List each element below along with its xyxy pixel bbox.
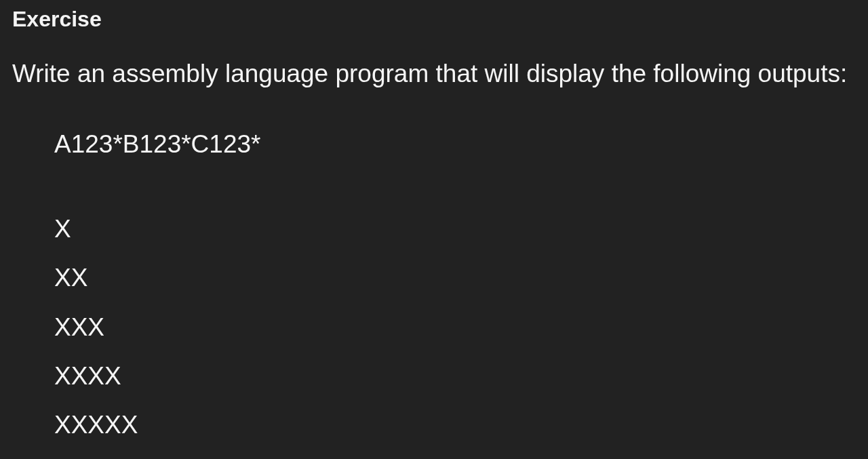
output-block: A123*B123*C123* X XX XXX XXXX XXXXX bbox=[12, 129, 856, 440]
output-line-5: XXXX bbox=[54, 361, 856, 391]
exercise-container: Exercise Write an assembly language prog… bbox=[0, 0, 868, 459]
exercise-instruction: Write an assembly language program that … bbox=[12, 59, 856, 89]
exercise-title: Exercise bbox=[12, 7, 856, 32]
output-line-6: XXXXX bbox=[54, 410, 856, 440]
output-line-4: XXX bbox=[54, 313, 856, 342]
output-line-1: A123*B123*C123* bbox=[54, 129, 856, 159]
output-line-2: X bbox=[54, 214, 856, 244]
output-line-3: XX bbox=[54, 263, 856, 293]
